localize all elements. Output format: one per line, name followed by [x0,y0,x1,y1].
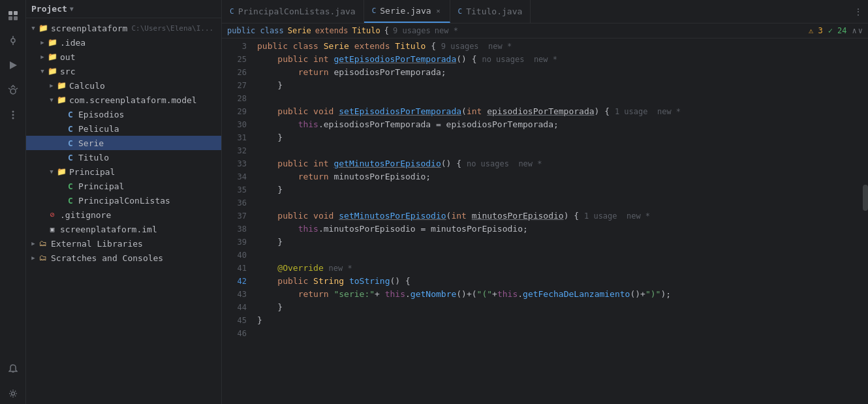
line-num: 30 [222,118,247,131]
line-num: 33 [222,157,247,170]
breadcrumb-class: public class [227,26,284,35]
line-num: 28 [222,92,247,105]
code-badge: ⚠ 3 ✓ 24 ∧ ∨ [809,26,863,35]
java-tab-icon: C [230,7,234,16]
arrow-icon: ▼ [47,168,56,175]
minimap-thumb[interactable] [863,185,868,211]
tree-label: .idea [60,38,85,48]
tab-label: Serie.java [380,6,431,16]
tree-label: Calculo [69,81,105,91]
notifications-icon[interactable] [3,358,23,379]
tab-principalconlistas[interactable]: C PrincipalConListas.java [222,0,364,23]
java-class-icon: C [65,123,76,134]
folder-icon: 📁 [56,95,67,105]
debug-icon[interactable] [3,80,23,101]
usages-hint: 9 usages [393,26,431,35]
main-area: C PrincipalConListas.java C Serie.java ✕… [222,0,868,404]
tree-item-external-libs[interactable]: ▶ 🗂 External Libraries [26,236,221,251]
tree-label: Pelicula [78,124,119,134]
tree-item-out[interactable]: ▶ 📁 out [26,50,221,64]
tree-item-principal-folder[interactable]: ▼ 📁 Principal [26,164,221,179]
tab-bar-actions: ⋮ [848,0,868,23]
folder-icon: 📁 [47,52,57,62]
code-content[interactable]: public class Serie extends Titulo { 9 us… [252,39,863,404]
code-line-45: } [257,314,863,327]
line-num: 26 [222,66,247,79]
warning-badge: ⚠ 3 [809,26,823,35]
brace-hint: { [384,26,389,35]
tree-label: Serie [78,138,104,148]
tree-item-src[interactable]: ▼ 📁 src [26,64,221,78]
svg-marker-7 [10,61,17,69]
arrow-icon: ▶ [29,255,38,261]
code-line-3: public class Serie extends Titulo { 9 us… [257,40,863,53]
extends-keyword: extends [315,26,349,35]
arrow-icon [56,111,65,117]
line-num: 3 [222,40,247,53]
tab-close-button[interactable]: ✕ [435,6,442,16]
code-line-38: this.minutosPorEpisodio = minutosPorEpis… [257,223,863,236]
java-tab-icon: C [458,7,463,16]
code-line-42: ● public String toString() { [257,275,863,288]
code-line-33: public int getMinutosPorEpisodio() { no … [257,157,863,170]
folder-icon: 📁 [47,37,57,48]
line-num: 44 [222,301,247,314]
svg-rect-1 [14,11,18,15]
tree-item-gitignore[interactable]: ⊘ .gitignore [26,208,221,222]
line-num: 34 [222,170,247,183]
line-num: 43 [222,288,247,301]
svg-rect-2 [8,16,12,20]
project-chevron-icon[interactable]: ▼ [70,5,74,12]
sidebar-header: Project ▼ [26,0,221,18]
code-line-43: return "serie:"+ this.getNombre()+("("+t… [257,288,863,301]
tree-item-iml[interactable]: ▣ screenplataform.iml [26,222,221,236]
sidebar-title: Project [31,4,67,14]
svg-rect-3 [14,16,18,20]
tab-label: PrincipalConListas.java [238,7,356,16]
line-num: 39 [222,236,247,249]
nav-down-icon[interactable]: ∨ [858,26,863,35]
minimap-scrollbar[interactable] [863,39,868,404]
more-tools-icon[interactable] [3,104,23,125]
tree-item-scratches[interactable]: ▶ 🗂 Scratches and Consoles [26,251,221,265]
line-num: 35 [222,183,247,196]
settings-icon[interactable] [3,383,23,404]
project-icon[interactable] [3,5,23,26]
run-icon[interactable] [3,55,23,76]
more-tabs-icon[interactable]: ⋮ [854,7,863,17]
tree-item-calculo[interactable]: ▶ 📁 Calculo [26,78,221,93]
tree-item-titulo[interactable]: C Titulo [26,150,221,164]
library-icon: 🗂 [38,238,48,249]
svg-rect-0 [8,11,12,15]
tree-item-episodios[interactable]: C Episodios [26,107,221,121]
tree-item-principal-class[interactable]: C Principal [26,179,221,193]
tree-item-pelicula[interactable]: C Pelicula [26,121,221,136]
nav-up-icon[interactable]: ∧ [852,26,857,35]
tab-bar: C PrincipalConListas.java C Serie.java ✕… [222,0,868,23]
folder-icon: 📁 [56,80,67,91]
code-line-28 [257,92,863,105]
arrow-icon: ▼ [47,97,56,103]
tab-titulo[interactable]: C Titulo.java [450,0,531,23]
tree-item-com-model[interactable]: ▼ 📁 com.screenplataform.model [26,93,221,107]
tab-serie[interactable]: C Serie.java ✕ [364,0,450,23]
code-line-31: } [257,131,863,144]
breadcrumb-serie: Serie [288,26,311,35]
code-line-36 [257,196,863,210]
commit-icon[interactable] [3,30,23,51]
tree-item-serie[interactable]: C Serie [26,136,221,150]
tree-label: screenplataform [51,23,127,33]
arrow-icon: ▶ [29,240,38,247]
tab-label: Titulo.java [466,7,522,16]
tree-item-principalconlistas[interactable]: C PrincipalConListas [26,193,221,208]
arrow-icon: ▼ [38,68,47,74]
arrow-icon [38,211,47,218]
tree-label: Titulo [78,153,109,163]
code-line-30: this.episodiosPorTemporada = episodiosPo… [257,118,863,131]
tree-item-screenplataform[interactable]: ▼ 📁 screenplataform C:\Users\Elena\I... [26,21,221,35]
code-line-27: } [257,79,863,92]
tree-item-idea[interactable]: ▶ 📁 .idea [26,35,221,50]
folder-icon: 📁 [38,23,48,33]
code-line-34: return minutosPorEpisodio; [257,170,863,183]
tree-label: .gitignore [60,210,111,220]
